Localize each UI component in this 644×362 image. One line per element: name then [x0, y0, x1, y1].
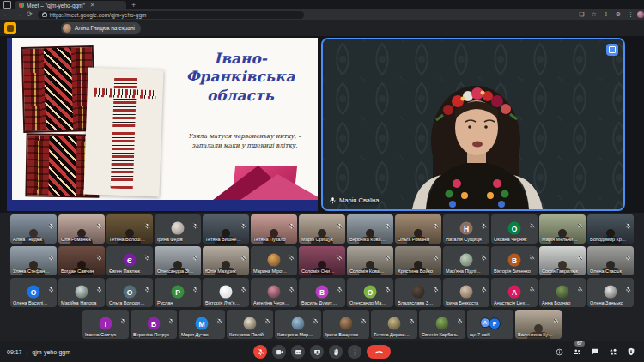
participant-tile[interactable]: М Марія Дучак — [179, 310, 225, 339]
participant-tile[interactable]: Тетяна Дорошенко — [371, 310, 417, 339]
participant-tile[interactable]: Марія Мельничук — [539, 214, 586, 244]
leave-call-button[interactable] — [367, 345, 391, 359]
browser-menu-icon[interactable]: ⋮ — [628, 11, 634, 18]
overflow-tile[interactable]: АРще 7 осіб — [467, 310, 513, 339]
participant-tile[interactable]: Олександра Зінчук — [155, 246, 201, 275]
mic-off-icon — [433, 217, 439, 232]
participant-name: Тетяна Вишневська — [205, 237, 242, 242]
participant-name: Тетяна Пукало — [253, 237, 290, 242]
people-panel-button[interactable]: 67 — [573, 347, 581, 356]
participant-tile[interactable]: О Оксана Черняк — [491, 214, 538, 244]
mic-off-icon — [192, 217, 198, 232]
mic-off-button[interactable] — [253, 345, 267, 359]
participant-tile[interactable]: Ірина Федів — [155, 214, 201, 244]
participant-tile[interactable]: Ольга Романів — [395, 214, 441, 244]
participant-name: Соломія Ковальська — [349, 268, 386, 274]
participant-tile[interactable]: Софія Гаврилюк — [539, 246, 586, 275]
participant-tile[interactable]: О Олена Василівна М... — [10, 278, 57, 307]
participant-tile[interactable]: Валентина Кушнір — [515, 310, 562, 339]
participant-tile[interactable]: Мар'яна Підлісна — [443, 246, 489, 275]
participant-tile[interactable]: Олена Стасюк — [587, 246, 634, 275]
refresh-button[interactable]: ⟳ — [27, 11, 33, 18]
participant-name: Богдан Савчин — [61, 268, 98, 274]
tab-search-icon[interactable] — [3, 1, 11, 9]
active-speaker-tile[interactable]: Марія Сваїна — [321, 38, 625, 211]
participant-tile[interactable]: Ірина Ващенко — [323, 310, 369, 339]
new-tab-button[interactable]: + — [131, 1, 136, 9]
browser-tab[interactable]: Meet – "qjm-yeho-ggm" ✕ — [15, 1, 126, 9]
participant-tile[interactable]: Вероніка Ковальська — [347, 214, 393, 244]
mic-icon — [329, 196, 337, 204]
presentation-thumbnail-icon[interactable] — [4, 22, 16, 34]
mic-off-icon — [577, 281, 583, 296]
tile-options-button[interactable] — [606, 44, 618, 56]
participant-tile[interactable]: В Вероніка Петрук — [131, 310, 177, 339]
participant-tile[interactable]: В Вікторія Биченко — [491, 246, 538, 275]
participant-tile[interactable]: Вікторія Лук'янова — [203, 278, 249, 307]
participant-name: Ірина Федів — [157, 237, 194, 242]
participant-tile[interactable]: І Іванна Савчук — [82, 310, 129, 339]
meeting-details-button[interactable] — [556, 348, 563, 356]
participant-tile[interactable]: Марійка Напора — [58, 278, 105, 307]
participant-tile[interactable]: Олена Заньько — [587, 278, 634, 307]
activities-button[interactable] — [609, 347, 617, 356]
host-controls-button[interactable] — [627, 347, 635, 356]
participant-tile[interactable]: Володимир Кравець — [587, 214, 634, 244]
address-bar[interactable]: https://meet.google.com/qjm-yeho-ggm — [38, 11, 304, 19]
participant-tile[interactable]: Євгенія Карбань — [419, 310, 465, 339]
mic-off-icon — [409, 312, 415, 328]
participant-tile[interactable]: Тетяна Пукало — [251, 214, 297, 244]
participant-tile[interactable]: О Ольга Володимирів... — [106, 278, 153, 307]
participant-tile[interactable]: Н Наталія Сущиця — [443, 214, 489, 244]
profile-avatar[interactable] — [637, 11, 644, 18]
participant-name: Олена Стасюк — [590, 268, 627, 274]
forward-button[interactable]: → — [15, 11, 21, 18]
participant-tile[interactable]: Соломія Ковальська — [347, 246, 393, 275]
photo-avatar — [292, 317, 305, 330]
participant-tile[interactable]: Анна Боднар — [539, 278, 586, 307]
captions-button[interactable] — [291, 345, 305, 359]
chat-panel-button[interactable] — [591, 347, 599, 356]
participant-tile[interactable]: Р Руслан — [155, 278, 201, 307]
participant-tile[interactable]: А Анастасія Цеханко — [491, 278, 538, 307]
participant-tile[interactable]: Соломія Онишків — [299, 246, 345, 275]
favorites-star-icon[interactable]: ☆ — [592, 11, 597, 18]
participant-tile[interactable]: Є Євген Павлюк — [106, 246, 153, 275]
download-icon[interactable]: ⇩ — [604, 11, 609, 18]
shared-presentation[interactable]: Івано-Франківська область Узяла матуся ч… — [7, 38, 318, 211]
participant-tile[interactable]: Марина Мірошник — [251, 246, 297, 275]
extensions-icon[interactable]: ⚙ — [616, 11, 621, 18]
participant-tile[interactable]: Марія Орищук — [299, 214, 345, 244]
camera-button[interactable] — [272, 345, 286, 359]
back-button[interactable]: ← — [3, 11, 9, 18]
participant-tile[interactable]: Уляна Стефанович — [10, 246, 57, 275]
participant-tile[interactable]: Юлія Мазурик — [203, 246, 249, 275]
participant-tile[interactable]: Тетяна Вишневська — [203, 214, 249, 244]
participant-tile[interactable]: Катерина Палій — [227, 310, 273, 339]
photo-avatar — [76, 286, 88, 299]
participant-tile[interactable]: Ангеліна Чернушка — [251, 278, 297, 307]
participant-tile[interactable]: Аліна Гнидюк — [10, 214, 57, 244]
participant-tile[interactable]: В Василь Думитрак — [299, 278, 345, 307]
participant-name: Марійка Напора — [61, 300, 98, 305]
tab-close-icon[interactable]: ✕ — [90, 2, 95, 9]
participant-tile[interactable]: Катерина Морозюк — [275, 310, 321, 339]
letter-avatar: Є — [124, 254, 137, 267]
participant-tile[interactable]: Ірина Безкоста — [443, 278, 489, 307]
participant-tile[interactable]: Христина Бойко — [395, 246, 441, 275]
letter-avatar: В — [316, 286, 329, 299]
participant-name: Ірина Безкоста — [446, 300, 483, 305]
participant-tile[interactable]: Богдан Савчин — [58, 246, 105, 275]
presenting-pill[interactable]: Аліна Гнидюк на екрані — [61, 22, 141, 34]
raise-hand-button[interactable] — [329, 345, 343, 359]
participant-tile[interactable]: О Олександр Марчук — [347, 278, 393, 307]
photo-avatar — [605, 286, 617, 299]
participant-tile[interactable]: Оля Романюк — [58, 214, 105, 244]
participant-name: Марія Мельничук — [542, 237, 579, 242]
sidebar-icon[interactable]: ❏ — [579, 11, 584, 18]
participant-tile[interactable]: Тетяна Волошинська — [106, 214, 153, 244]
participant-tile[interactable]: Владислава Задорій — [395, 278, 441, 307]
present-screen-button[interactable] — [310, 345, 324, 359]
participant-row: О Олена Василівна М... Марійка НапораО О… — [0, 278, 644, 307]
more-options-button[interactable] — [348, 345, 361, 359]
